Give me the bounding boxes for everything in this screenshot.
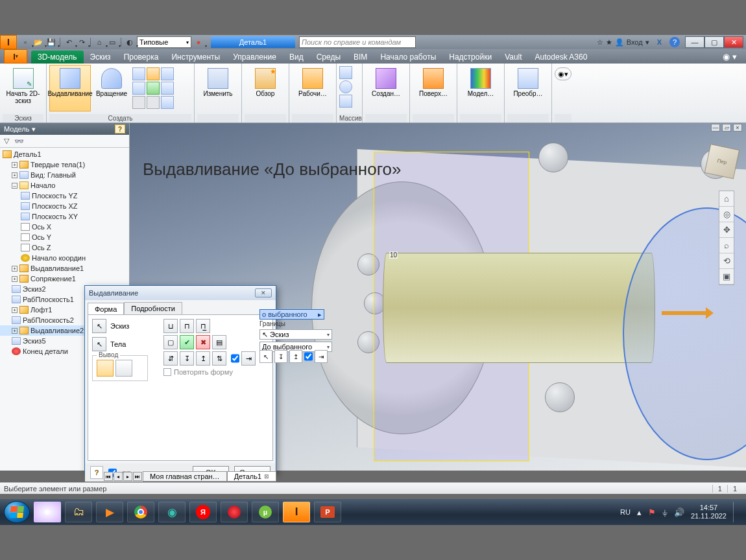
tree-view-main[interactable]: Вид: Главный	[30, 170, 76, 180]
vp-minimize[interactable]: —	[711, 124, 720, 132]
mini-dir2[interactable]: ↥	[289, 350, 302, 363]
tab-nav-next[interactable]: ▸	[123, 472, 132, 481]
nav-home-icon[interactable]: ⌂	[719, 191, 734, 207]
start-2d-sketch-button[interactable]: ✎Начать 2D-эскиз	[3, 65, 43, 111]
show-panels-toggle[interactable]: ◉▾	[555, 67, 572, 80]
op-cut[interactable]: ⊓	[180, 319, 194, 333]
tree-loft1[interactable]: Лофт1	[30, 305, 52, 315]
browser-help-icon[interactable]: ?	[115, 124, 125, 134]
nav-wheel-icon[interactable]: ◎	[719, 207, 734, 222]
expand-icon[interactable]: +	[12, 162, 18, 168]
tree-extrude2[interactable]: Выдавливание2	[30, 325, 84, 336]
import-icon[interactable]	[147, 96, 160, 109]
loft-icon[interactable]	[147, 67, 160, 80]
expand-icon[interactable]: +	[12, 307, 18, 313]
tab-get-started[interactable]: Начало работы	[374, 51, 442, 64]
nav-orbit-icon[interactable]: ⟲	[719, 253, 734, 269]
tree-root[interactable]: Деталь1	[14, 149, 42, 159]
nav-lookat-icon[interactable]: ▣	[719, 269, 734, 285]
tab-close-icon[interactable]: ⊠	[264, 473, 269, 480]
taskbar-ya[interactable]: Я	[189, 502, 217, 522]
taskbar-inventor[interactable]: I	[283, 502, 310, 522]
tab-vault[interactable]: Vault	[498, 51, 528, 64]
tree-fillet1[interactable]: Сопряжение1	[30, 274, 76, 284]
tree-solid-bodies[interactable]: Твердые тела(1)	[30, 159, 85, 170]
min-solution-check[interactable]	[231, 351, 239, 366]
tab-bim[interactable]: BIM	[347, 51, 374, 64]
star-icon[interactable]: ☆	[597, 38, 603, 47]
explore-button[interactable]: ★Обзор	[245, 65, 286, 111]
tree-extrude1[interactable]: Выдавливание1	[30, 263, 84, 274]
tray-flag-icon[interactable]: ⚑	[648, 508, 656, 517]
show-desktop[interactable]	[733, 502, 738, 522]
taskbar-powerpoint[interactable]: P	[314, 502, 341, 522]
tree-plane-xz[interactable]: Плоскость XZ	[32, 201, 78, 211]
tab-3d-model[interactable]: 3D-модель	[31, 51, 84, 64]
work-features-button[interactable]: Рабочи…	[292, 65, 333, 111]
select-solids[interactable]: ↖	[92, 337, 106, 351]
expand-icon[interactable]: ▾	[645, 38, 649, 47]
appearance-icon[interactable]: ●	[193, 37, 204, 47]
op-join[interactable]: ⊔	[163, 319, 178, 333]
mini-check[interactable]	[304, 350, 313, 363]
rib-icon[interactable]	[147, 82, 160, 95]
filter-icon[interactable]: ▽	[4, 137, 9, 145]
start-button[interactable]	[4, 501, 30, 523]
repeat-check[interactable]	[163, 368, 171, 376]
taskbar-edge[interactable]: ◉	[158, 502, 186, 522]
doc-tab-home[interactable]: Моя главная стран…	[143, 471, 227, 482]
workspace-combo[interactable]: Типовые▾	[137, 36, 191, 48]
decal-icon[interactable]	[161, 82, 174, 95]
taskbar-yandex[interactable]: ●	[34, 502, 61, 522]
dir-1[interactable]: ↧	[180, 351, 194, 366]
tab-inspect[interactable]: Проверка	[117, 51, 165, 64]
tree-axis-y[interactable]: Ось Y	[32, 232, 51, 242]
accept-icon[interactable]: ✔	[180, 335, 194, 349]
tree-sketch5[interactable]: Эскиз5	[23, 336, 46, 346]
op-extra[interactable]: ▤	[212, 335, 226, 349]
modify-button[interactable]: Изменить	[197, 65, 239, 111]
new-icon[interactable]: ▫	[19, 37, 31, 47]
browser-title[interactable]: Модель ▾	[4, 125, 36, 134]
doc-tab-part[interactable]: Деталь1⊠	[227, 471, 277, 482]
mini-select[interactable]: ↖	[259, 350, 272, 363]
view-cube[interactable]: Пер	[704, 144, 740, 180]
taskbar-opera[interactable]	[221, 502, 248, 522]
dir-sym[interactable]: ⇅	[212, 351, 226, 366]
derive-icon[interactable]	[132, 96, 145, 109]
window-minimize[interactable]: —	[685, 36, 704, 48]
expand-icon[interactable]: +	[12, 328, 18, 334]
create-freeform-button[interactable]: Создан…	[365, 65, 407, 111]
op-newbody[interactable]: ▢	[163, 335, 178, 349]
tab-nav-first[interactable]: ⏮	[104, 472, 113, 481]
tray-up-icon[interactable]: ▴	[637, 508, 642, 517]
tree-workplane1[interactable]: РабПлоскость1	[23, 294, 74, 305]
output-solid[interactable]	[97, 360, 114, 377]
window-close[interactable]: ✕	[724, 36, 743, 48]
help-icon[interactable]: ?	[669, 37, 680, 47]
coil-icon[interactable]	[161, 67, 174, 80]
reject-icon[interactable]: ✖	[196, 335, 210, 349]
extents-profile-combo[interactable]: ↖ Эскиз▾	[259, 329, 332, 340]
circ-pattern-icon[interactable]	[339, 80, 352, 93]
document-tab-active[interactable]: Деталь1	[211, 36, 295, 48]
simulation-button[interactable]: Модел…	[460, 65, 501, 111]
redo-icon[interactable]: ↷	[76, 37, 88, 47]
taskbar-mediaplayer[interactable]: ▶	[96, 502, 123, 522]
extrude-button[interactable]: Выдавливание	[49, 65, 91, 111]
user-icon[interactable]: 👤	[615, 38, 624, 47]
output-surface[interactable]	[115, 360, 132, 377]
tree-plane-yz[interactable]: Плоскость YZ	[32, 191, 78, 201]
expand-icon[interactable]: +	[12, 172, 18, 178]
tree-origin-point[interactable]: Начало координ	[32, 253, 86, 263]
revolve-button[interactable]: Вращение	[92, 65, 131, 111]
tab-more[interactable]: Подробности	[124, 302, 182, 314]
app-logo[interactable]: I	[0, 35, 17, 49]
taskbar-chrome[interactable]	[127, 502, 154, 522]
ribbon-overflow[interactable]: ◉ ▾	[714, 50, 746, 64]
tab-addins[interactable]: Надстройки	[442, 51, 498, 64]
mini-terminator[interactable]: ⇥	[315, 350, 328, 363]
taskbar-utorrent[interactable]: µ	[252, 502, 279, 522]
mini-dir1[interactable]: ↧	[274, 350, 287, 363]
tree-axis-x[interactable]: Ось X	[32, 222, 51, 232]
